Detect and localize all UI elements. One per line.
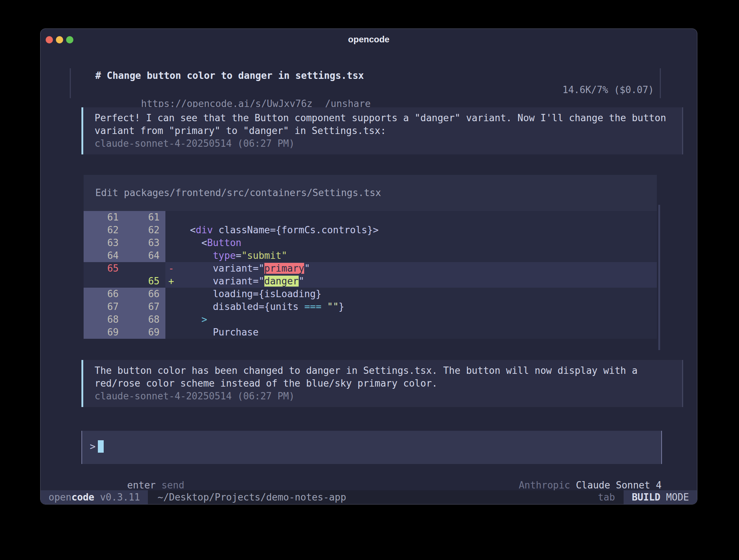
diff-old-lineno: 61: [84, 211, 125, 224]
diff-new-lineno: [125, 262, 165, 275]
diff-view: 61616262 <div className={formCs.controls…: [84, 211, 657, 339]
diff-new-lineno: 66: [125, 288, 165, 300]
diff-change-marker: [165, 237, 179, 249]
diff-new-lineno: 63: [125, 237, 165, 249]
app-window: opencode # Change button color to danger…: [40, 28, 697, 505]
message-text: Perfect! I can see that the Button compo…: [95, 112, 672, 137]
diff-new-lineno: 61: [125, 211, 165, 224]
assistant-message: Perfect! I can see that the Button compo…: [81, 107, 683, 154]
message-text: The button color has been changed to dan…: [95, 364, 672, 390]
diff-row: 6363 <Button: [84, 237, 657, 249]
window-title: opencode: [41, 34, 697, 45]
assistant-message: The button color has been changed to dan…: [81, 360, 683, 407]
edit-tool-title: Edit packages/frontend/src/containers/Se…: [84, 175, 657, 211]
diff-new-lineno: 65: [125, 275, 165, 288]
hint-row: enter send Anthropic Claude Sonnet 4: [81, 466, 662, 479]
diff-change-marker: +: [165, 275, 179, 288]
session-header: # Change button color to danger in setti…: [70, 68, 661, 98]
diff-code-line: loading={isLoading}: [179, 288, 657, 300]
diff-code-line: type="submit": [179, 249, 657, 262]
diff-old-lineno: 68: [84, 313, 125, 326]
diff-new-lineno: 67: [125, 300, 165, 313]
diff-code-line: variant="primary": [179, 262, 657, 275]
enter-key-hint: enter: [127, 480, 156, 491]
diff-code-line: >: [179, 313, 657, 326]
diff-old-lineno: 64: [84, 249, 125, 262]
diff-change-marker: [165, 313, 179, 326]
diff-code-line: [179, 211, 657, 224]
diff-change-marker: [165, 288, 179, 300]
diff-old-lineno: 66: [84, 288, 125, 300]
app-version-segment: opencode v0.3.11: [41, 490, 148, 504]
diff-code-line: Purchase: [179, 326, 657, 339]
diff-old-lineno: 62: [84, 224, 125, 237]
diff-row: 6161: [84, 211, 657, 224]
app-version: v0.3.11: [94, 492, 140, 503]
diff-row: 6969 Purchase: [84, 326, 657, 339]
diff-code-line: disabled={units === ""}: [179, 300, 657, 313]
diff-row: 6464 type="submit": [84, 249, 657, 262]
diff-new-lineno: 68: [125, 313, 165, 326]
diff-change-marker: [165, 211, 179, 224]
message-meta: claude-sonnet-4-20250514 (06:27 PM): [95, 137, 672, 150]
diff-change-marker: [165, 249, 179, 262]
mode-suffix: MODE: [660, 492, 689, 503]
diff-code-line: variant="danger": [179, 275, 657, 288]
model-label: Claude Sonnet 4: [576, 480, 662, 491]
message-meta: claude-sonnet-4-20250514 (06:27 PM): [95, 390, 672, 403]
diff-old-lineno: [84, 275, 125, 288]
diff-row: 6767 disabled={units === ""}: [84, 300, 657, 313]
provider-label: Anthropic: [519, 480, 576, 491]
diff-old-lineno: 63: [84, 237, 125, 249]
app-name-bold: code: [72, 492, 95, 503]
session-title: # Change button color to danger in setti…: [71, 68, 660, 83]
text-cursor: [98, 440, 104, 453]
diff-row: 65- variant="primary": [84, 262, 657, 275]
mode-name: BUILD: [632, 492, 660, 503]
diff-row: 6262 <div className={formCs.controls}>: [84, 224, 657, 237]
diff-new-lineno: 62: [125, 224, 165, 237]
diff-row: 6666 loading={isLoading}: [84, 288, 657, 300]
diff-row: 6868 >: [84, 313, 657, 326]
mode-switch-key[interactable]: tab: [598, 492, 615, 503]
diff-code-line: <Button: [179, 237, 657, 249]
enter-action-hint: send: [156, 480, 184, 491]
diff-row: 65+ variant="danger": [84, 275, 657, 288]
edit-tool-card: Edit packages/frontend/src/containers/Se…: [84, 175, 657, 339]
working-directory: ~/Desktop/Projects/demo-notes-app: [157, 492, 346, 503]
diff-change-marker: [165, 300, 179, 313]
prompt-symbol: >: [90, 441, 96, 452]
diff-old-lineno: 69: [84, 326, 125, 339]
scrollbar[interactable]: [658, 205, 660, 350]
diff-change-marker: [165, 224, 179, 237]
diff-code-line: <div className={formCs.controls}>: [179, 224, 657, 237]
diff-old-lineno: 65: [84, 262, 125, 275]
status-bar: opencode v0.3.11 ~/Desktop/Projects/demo…: [41, 490, 697, 504]
app-name-light: open: [49, 492, 72, 503]
context-stats: 14.6K/7% ($0.07): [563, 83, 654, 97]
diff-old-lineno: 67: [84, 300, 125, 313]
diff-new-lineno: 69: [125, 326, 165, 339]
diff-change-marker: [165, 326, 179, 339]
screen: opencode # Change button color to danger…: [0, 0, 739, 560]
prompt-input[interactable]: >: [81, 431, 662, 464]
diff-change-marker: -: [165, 262, 179, 275]
titlebar: opencode: [41, 29, 697, 50]
mode-segment: BUILD MODE: [624, 490, 697, 504]
diff-new-lineno: 64: [125, 249, 165, 262]
